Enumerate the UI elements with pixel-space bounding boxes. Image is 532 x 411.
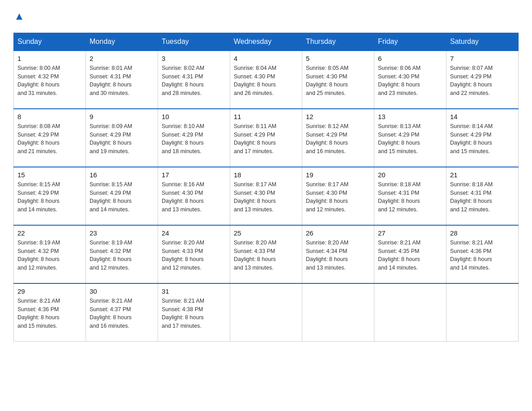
day-number: 2	[90, 55, 154, 62]
day-info: Sunrise: 8:16 AMSunset: 4:30 PMDaylight:…	[162, 180, 226, 214]
day-number: 30	[90, 287, 154, 295]
empty-cell	[374, 283, 446, 342]
day-info: Sunrise: 8:21 AMSunset: 4:36 PMDaylight:…	[17, 297, 82, 330]
header-monday: Monday	[86, 33, 158, 51]
day-cell-6: 6Sunrise: 8:06 AMSunset: 4:30 PMDaylight…	[374, 51, 446, 109]
logo-triangle-icon	[15, 10, 23, 24]
day-number: 26	[306, 229, 370, 237]
day-number: 24	[162, 229, 226, 237]
day-cell-24: 24Sunrise: 8:20 AMSunset: 4:33 PMDayligh…	[158, 225, 230, 283]
day-number: 11	[234, 113, 298, 120]
day-cell-26: 26Sunrise: 8:20 AMSunset: 4:34 PMDayligh…	[302, 225, 374, 283]
day-number: 13	[378, 113, 442, 120]
day-number: 12	[306, 113, 370, 120]
day-cell-8: 8Sunrise: 8:08 AMSunset: 4:29 PMDaylight…	[14, 109, 86, 167]
day-cell-13: 13Sunrise: 8:13 AMSunset: 4:29 PMDayligh…	[374, 109, 446, 167]
day-cell-28: 28Sunrise: 8:21 AMSunset: 4:36 PMDayligh…	[446, 225, 519, 283]
day-number: 17	[162, 171, 226, 179]
day-cell-12: 12Sunrise: 8:12 AMSunset: 4:29 PMDayligh…	[302, 109, 374, 167]
day-number: 18	[234, 171, 298, 179]
day-cell-9: 9Sunrise: 8:09 AMSunset: 4:29 PMDaylight…	[86, 109, 158, 167]
day-info: Sunrise: 8:12 AMSunset: 4:29 PMDaylight:…	[306, 122, 370, 156]
day-info: Sunrise: 8:18 AMSunset: 4:31 PMDaylight:…	[378, 180, 442, 214]
empty-cell	[302, 283, 374, 342]
day-info: Sunrise: 8:05 AMSunset: 4:30 PMDaylight:…	[306, 64, 370, 98]
header-saturday: Saturday	[446, 33, 519, 51]
day-number: 14	[450, 113, 515, 120]
day-info: Sunrise: 8:11 AMSunset: 4:29 PMDaylight:…	[234, 122, 298, 156]
week-row-1: 1Sunrise: 8:00 AMSunset: 4:32 PMDaylight…	[14, 51, 519, 109]
header-sunday: Sunday	[14, 33, 86, 51]
day-info: Sunrise: 8:02 AMSunset: 4:31 PMDaylight:…	[162, 64, 226, 98]
day-cell-14: 14Sunrise: 8:14 AMSunset: 4:29 PMDayligh…	[446, 109, 519, 167]
svg-marker-0	[16, 13, 22, 20]
day-info: Sunrise: 8:01 AMSunset: 4:31 PMDaylight:…	[90, 64, 154, 98]
day-info: Sunrise: 8:20 AMSunset: 4:33 PMDaylight:…	[162, 239, 226, 272]
day-info: Sunrise: 8:15 AMSunset: 4:29 PMDaylight:…	[17, 180, 82, 214]
day-info: Sunrise: 8:18 AMSunset: 4:31 PMDaylight:…	[450, 180, 515, 214]
day-number: 27	[378, 229, 442, 237]
day-cell-18: 18Sunrise: 8:17 AMSunset: 4:30 PMDayligh…	[230, 167, 302, 225]
day-cell-10: 10Sunrise: 8:10 AMSunset: 4:29 PMDayligh…	[158, 109, 230, 167]
day-cell-15: 15Sunrise: 8:15 AMSunset: 4:29 PMDayligh…	[14, 167, 86, 225]
day-info: Sunrise: 8:09 AMSunset: 4:29 PMDaylight:…	[90, 122, 154, 156]
day-cell-3: 3Sunrise: 8:02 AMSunset: 4:31 PMDaylight…	[158, 51, 230, 109]
day-info: Sunrise: 8:17 AMSunset: 4:30 PMDaylight:…	[234, 180, 298, 214]
day-info: Sunrise: 8:08 AMSunset: 4:29 PMDaylight:…	[17, 122, 82, 156]
header-wednesday: Wednesday	[230, 33, 302, 51]
day-number: 25	[234, 229, 298, 237]
day-info: Sunrise: 8:20 AMSunset: 4:34 PMDaylight:…	[306, 239, 370, 272]
week-row-3: 15Sunrise: 8:15 AMSunset: 4:29 PMDayligh…	[14, 167, 519, 225]
day-number: 8	[17, 113, 82, 120]
header-tuesday: Tuesday	[158, 33, 230, 51]
day-cell-25: 25Sunrise: 8:20 AMSunset: 4:33 PMDayligh…	[230, 225, 302, 283]
day-number: 1	[17, 55, 82, 62]
day-cell-20: 20Sunrise: 8:18 AMSunset: 4:31 PMDayligh…	[374, 167, 446, 225]
day-cell-2: 2Sunrise: 8:01 AMSunset: 4:31 PMDaylight…	[86, 51, 158, 109]
calendar-table: SundayMondayTuesdayWednesdayThursdayFrid…	[13, 33, 519, 342]
day-info: Sunrise: 8:04 AMSunset: 4:30 PMDaylight:…	[234, 64, 298, 98]
day-cell-1: 1Sunrise: 8:00 AMSunset: 4:32 PMDaylight…	[14, 51, 86, 109]
day-cell-27: 27Sunrise: 8:21 AMSunset: 4:35 PMDayligh…	[374, 225, 446, 283]
header-thursday: Thursday	[302, 33, 374, 51]
page-header	[13, 9, 519, 24]
day-cell-21: 21Sunrise: 8:18 AMSunset: 4:31 PMDayligh…	[446, 167, 519, 225]
day-cell-19: 19Sunrise: 8:17 AMSunset: 4:30 PMDayligh…	[302, 167, 374, 225]
day-number: 3	[162, 55, 226, 62]
day-info: Sunrise: 8:07 AMSunset: 4:29 PMDaylight:…	[450, 64, 515, 98]
day-cell-16: 16Sunrise: 8:15 AMSunset: 4:29 PMDayligh…	[86, 167, 158, 225]
day-number: 29	[17, 287, 82, 295]
day-info: Sunrise: 8:21 AMSunset: 4:35 PMDaylight:…	[378, 239, 442, 272]
day-info: Sunrise: 8:10 AMSunset: 4:29 PMDaylight:…	[162, 122, 226, 156]
day-number: 10	[162, 113, 226, 120]
empty-cell	[230, 283, 302, 342]
week-row-4: 22Sunrise: 8:19 AMSunset: 4:32 PMDayligh…	[14, 225, 519, 283]
day-cell-31: 31Sunrise: 8:21 AMSunset: 4:38 PMDayligh…	[158, 283, 230, 342]
day-cell-29: 29Sunrise: 8:21 AMSunset: 4:36 PMDayligh…	[14, 283, 86, 342]
day-info: Sunrise: 8:20 AMSunset: 4:33 PMDaylight:…	[234, 239, 298, 272]
day-number: 9	[90, 113, 154, 120]
day-cell-23: 23Sunrise: 8:19 AMSunset: 4:32 PMDayligh…	[86, 225, 158, 283]
day-number: 19	[306, 171, 370, 179]
day-number: 28	[450, 229, 515, 237]
day-number: 7	[450, 55, 515, 62]
day-info: Sunrise: 8:19 AMSunset: 4:32 PMDaylight:…	[90, 239, 154, 272]
day-cell-11: 11Sunrise: 8:11 AMSunset: 4:29 PMDayligh…	[230, 109, 302, 167]
day-number: 23	[90, 229, 154, 237]
day-number: 31	[162, 287, 226, 295]
day-info: Sunrise: 8:21 AMSunset: 4:37 PMDaylight:…	[90, 297, 154, 330]
day-number: 6	[378, 55, 442, 62]
day-info: Sunrise: 8:06 AMSunset: 4:30 PMDaylight:…	[378, 64, 442, 98]
day-cell-22: 22Sunrise: 8:19 AMSunset: 4:32 PMDayligh…	[14, 225, 86, 283]
calendar-header-row: SundayMondayTuesdayWednesdayThursdayFrid…	[14, 33, 519, 51]
week-row-5: 29Sunrise: 8:21 AMSunset: 4:36 PMDayligh…	[14, 283, 519, 342]
day-cell-5: 5Sunrise: 8:05 AMSunset: 4:30 PMDaylight…	[302, 51, 374, 109]
day-cell-17: 17Sunrise: 8:16 AMSunset: 4:30 PMDayligh…	[158, 167, 230, 225]
day-number: 16	[90, 171, 154, 179]
day-number: 4	[234, 55, 298, 62]
day-info: Sunrise: 8:19 AMSunset: 4:32 PMDaylight:…	[17, 239, 82, 272]
logo	[13, 9, 23, 24]
day-cell-4: 4Sunrise: 8:04 AMSunset: 4:30 PMDaylight…	[230, 51, 302, 109]
week-row-2: 8Sunrise: 8:08 AMSunset: 4:29 PMDaylight…	[14, 109, 519, 167]
day-number: 22	[17, 229, 82, 237]
